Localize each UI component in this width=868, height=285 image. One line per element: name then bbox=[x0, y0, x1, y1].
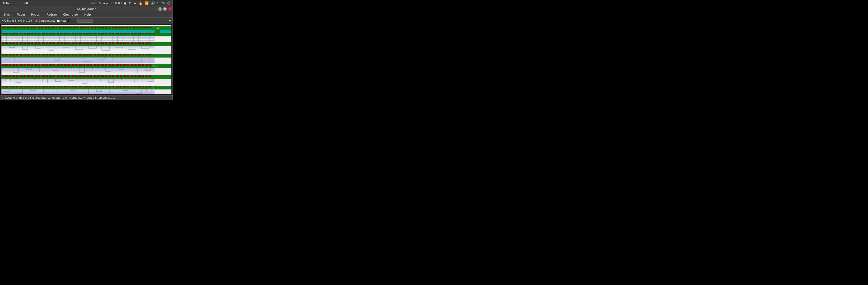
svg-rect-275 bbox=[2, 75, 4, 77]
svg-rect-339 bbox=[61, 86, 63, 87]
svg-rect-159 bbox=[116, 42, 119, 44]
svg-rect-255 bbox=[112, 64, 114, 66]
svg-rect-188 bbox=[42, 54, 44, 56]
pcb-canvas[interactable]: [14] bbox=[0, 24, 173, 95]
svg-rect-134 bbox=[24, 42, 26, 44]
svg-rect-37 bbox=[122, 27, 125, 28]
menu-help[interactable]: Help bbox=[83, 12, 92, 17]
menu-start[interactable]: Start bbox=[2, 12, 12, 17]
svg-rect-22 bbox=[69, 27, 72, 28]
minimize-button[interactable]: – bbox=[158, 7, 162, 11]
svg-rect-310 bbox=[131, 75, 133, 77]
svg-text:[40]: [40] bbox=[153, 65, 158, 67]
svg-rect-334 bbox=[42, 86, 44, 87]
svg-rect-143 bbox=[57, 42, 59, 44]
close-button[interactable]: ✕ bbox=[168, 7, 172, 11]
svg-rect-211 bbox=[127, 54, 129, 56]
filter-label: Filter bbox=[68, 19, 76, 23]
svg-rect-313 bbox=[142, 75, 144, 77]
svg-rect-9 bbox=[24, 27, 25, 28]
svg-rect-265 bbox=[149, 64, 151, 66]
svg-rect-71 bbox=[75, 33, 78, 34]
svg-rect-57 bbox=[24, 33, 26, 34]
svg-rect-311 bbox=[134, 75, 136, 77]
svg-rect-362 bbox=[146, 86, 148, 87]
menu-router[interactable]: Router bbox=[30, 12, 42, 17]
svg-rect-33 bbox=[108, 27, 110, 28]
nets-checkbox[interactable] bbox=[57, 20, 60, 22]
svg-rect-189 bbox=[46, 54, 48, 56]
aktiviteter-menu[interactable]: Aktiviteter bbox=[2, 2, 18, 5]
toolbar-right: ▼ bbox=[169, 19, 171, 22]
epnr-menu[interactable]: ePnR bbox=[21, 2, 28, 5]
svg-rect-69 bbox=[68, 33, 70, 34]
svg-rect-248 bbox=[86, 64, 89, 66]
svg-rect-325 bbox=[9, 86, 11, 87]
svg-rect-327 bbox=[16, 86, 18, 87]
flame-icon[interactable]: 🔥 bbox=[139, 1, 143, 5]
components-radio-dot bbox=[35, 20, 38, 22]
svg-rect-185 bbox=[31, 54, 33, 56]
svg-rect-336 bbox=[50, 86, 52, 87]
svg-rect-237 bbox=[46, 64, 48, 66]
svg-rect-150 bbox=[83, 42, 85, 44]
svg-rect-79 bbox=[105, 33, 107, 34]
svg-rect-142 bbox=[53, 42, 55, 44]
svg-rect-36 bbox=[119, 27, 121, 28]
window-title: 64_bit_adder bbox=[77, 7, 96, 11]
svg-rect-156 bbox=[105, 42, 107, 44]
svg-rect-363 bbox=[149, 86, 151, 87]
svg-rect-45 bbox=[150, 27, 151, 28]
upload-icon[interactable]: ⬆ bbox=[128, 1, 131, 5]
svg-rect-61 bbox=[38, 33, 40, 34]
svg-rect-147 bbox=[71, 42, 74, 44]
svg-rect-299 bbox=[90, 75, 92, 77]
svg-rect-209 bbox=[120, 54, 122, 56]
svg-rect-342 bbox=[71, 86, 74, 87]
date-time-display: søn 19. sep 09:08:03 bbox=[91, 2, 122, 5]
svg-rect-136 bbox=[31, 42, 33, 44]
svg-rect-306 bbox=[116, 75, 119, 77]
menu-redraw[interactable]: Redraw bbox=[45, 12, 59, 17]
svg-rect-355 bbox=[120, 86, 122, 87]
cloud-icon[interactable]: ☁ bbox=[133, 1, 136, 5]
svg-rect-340 bbox=[64, 86, 67, 87]
svg-rect-314 bbox=[146, 75, 148, 77]
svg-rect-146 bbox=[68, 42, 70, 44]
svg-rect-233 bbox=[31, 64, 33, 66]
svg-rect-253 bbox=[105, 64, 107, 66]
svg-rect-344 bbox=[79, 86, 82, 87]
components-radio-label[interactable]: Components bbox=[35, 19, 55, 22]
svg-rect-24 bbox=[76, 27, 78, 28]
maximize-button[interactable]: σ bbox=[163, 7, 167, 11]
svg-rect-151 bbox=[86, 42, 89, 44]
network-icon[interactable]: 📶 bbox=[145, 1, 149, 5]
svg-rect-6 bbox=[14, 27, 16, 28]
nets-radio-label[interactable]: Nets bbox=[57, 19, 67, 22]
menu-placer[interactable]: Placer bbox=[15, 12, 27, 17]
svg-rect-7 bbox=[17, 27, 19, 28]
menu-bar: Start Placer Router Redraw Clear view He… bbox=[0, 12, 173, 18]
pcb-view[interactable]: [14] bbox=[1, 25, 172, 94]
toolbar: X=288.985 Y=194.103 Components Nets Filt… bbox=[0, 18, 173, 24]
svg-rect-251 bbox=[97, 64, 100, 66]
dropdown-arrow-icon[interactable]: ▼ bbox=[169, 19, 171, 22]
filter-input[interactable] bbox=[78, 19, 93, 23]
power-icon[interactable]: ⏻ bbox=[167, 1, 170, 5]
svg-rect-162 bbox=[127, 42, 129, 44]
svg-rect-149 bbox=[79, 42, 82, 44]
svg-rect-290 bbox=[57, 75, 59, 77]
svg-rect-130 bbox=[9, 42, 11, 44]
svg-rect-179 bbox=[9, 54, 11, 56]
system-bar-right: søn 19. sep 09:08:03 ● ⬆ ☁ 🔥 📶 🔊 100% ⏻ bbox=[91, 1, 170, 5]
svg-rect-207 bbox=[112, 54, 114, 56]
svg-rect-140 bbox=[46, 42, 48, 44]
svg-rect-82 bbox=[116, 33, 119, 34]
menu-clear-view[interactable]: Clear view bbox=[62, 12, 80, 17]
svg-rect-92 bbox=[153, 33, 155, 34]
svg-rect-53 bbox=[9, 33, 11, 34]
svg-rect-234 bbox=[35, 64, 37, 66]
volume-icon[interactable]: 🔊 bbox=[151, 1, 155, 5]
svg-rect-332 bbox=[35, 86, 37, 87]
svg-rect-90 bbox=[146, 33, 148, 34]
